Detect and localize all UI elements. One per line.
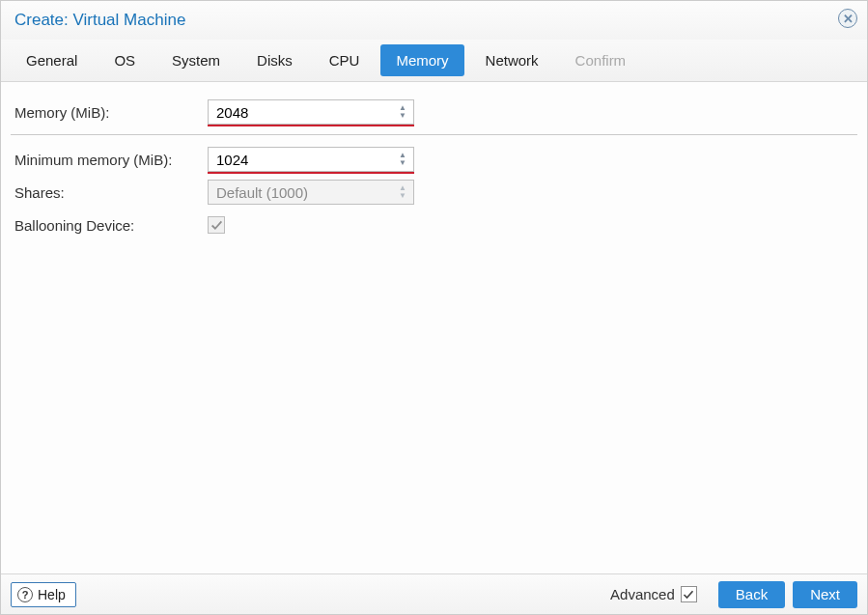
tab-confirm: Confirm	[560, 44, 642, 76]
min-memory-input[interactable]	[209, 148, 413, 171]
tab-content-memory: Memory (MiB): ▲ ▼ Minimum memory (MiB): …	[1, 82, 867, 573]
close-icon[interactable]: ✕	[838, 9, 857, 28]
wizard-tabs: General OS System Disks CPU Memory Netwo…	[1, 40, 867, 82]
min-memory-label: Minimum memory (MiB):	[11, 152, 208, 168]
memory-spinner-arrows[interactable]: ▲ ▼	[396, 100, 409, 124]
shares-input	[209, 181, 413, 204]
tab-cpu[interactable]: CPU	[314, 44, 376, 76]
dialog-titlebar: Create: Virtual Machine ✕	[1, 1, 867, 40]
shares-field: ▲ ▼	[208, 180, 414, 205]
shares-spinner-arrows: ▲ ▼	[396, 181, 409, 204]
advanced-checkbox[interactable]	[681, 586, 697, 602]
tab-os[interactable]: OS	[98, 44, 151, 76]
tab-disks[interactable]: Disks	[241, 44, 308, 76]
check-icon	[683, 589, 694, 601]
min-memory-spinner-arrows[interactable]: ▲ ▼	[396, 148, 409, 171]
dialog-footer: ? Help Advanced Back Next	[1, 573, 867, 614]
dialog-title: Create: Virtual Machine	[14, 11, 185, 29]
memory-field[interactable]: ▲ ▼	[208, 99, 414, 125]
memory-input[interactable]	[209, 100, 413, 124]
memory-label: Memory (MiB):	[11, 104, 208, 121]
ballooning-checkbox	[208, 216, 225, 234]
tab-general[interactable]: General	[11, 44, 93, 76]
ballooning-label: Ballooning Device:	[11, 217, 208, 234]
chevron-down-icon[interactable]: ▼	[396, 159, 409, 167]
help-button[interactable]: ? Help	[11, 582, 76, 607]
advanced-label: Advanced	[610, 586, 675, 602]
min-memory-field[interactable]: ▲ ▼	[208, 147, 414, 172]
help-button-label: Help	[38, 587, 66, 602]
chevron-down-icon[interactable]: ▼	[396, 112, 409, 120]
next-button[interactable]: Next	[793, 581, 857, 608]
tab-network[interactable]: Network	[470, 44, 554, 76]
shares-label: Shares:	[11, 184, 208, 201]
section-divider	[11, 134, 857, 135]
back-button[interactable]: Back	[718, 581, 785, 608]
check-icon	[210, 219, 223, 232]
help-icon: ?	[17, 587, 33, 602]
chevron-down-icon: ▼	[396, 192, 409, 200]
tab-system[interactable]: System	[156, 44, 236, 76]
tab-memory[interactable]: Memory	[380, 44, 463, 76]
create-vm-dialog: Create: Virtual Machine ✕ General OS Sys…	[0, 0, 868, 615]
